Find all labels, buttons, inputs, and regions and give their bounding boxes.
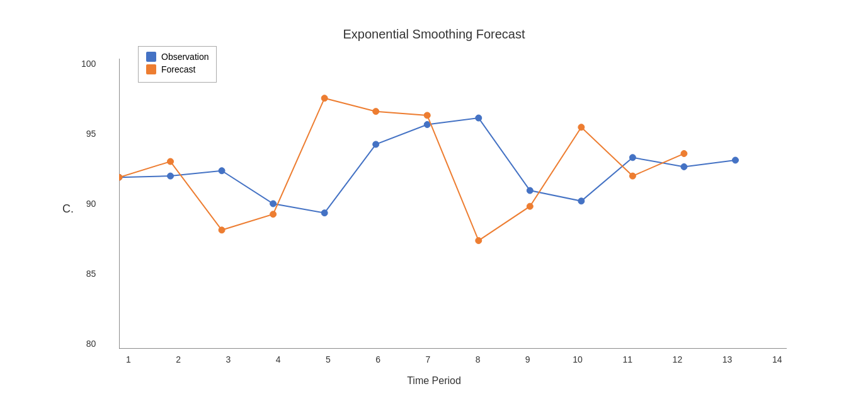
y-tick-label: 90 <box>86 199 96 209</box>
chart-container: Exponential Smoothing Forecast C. Observ… <box>56 21 812 399</box>
svg-point-44 <box>373 141 379 148</box>
x-axis-labels: 1234567891011121314 <box>119 354 787 365</box>
svg-point-54 <box>219 227 225 233</box>
svg-point-47 <box>527 187 533 194</box>
svg-point-62 <box>629 173 636 179</box>
svg-point-63 <box>681 151 687 157</box>
svg-point-55 <box>270 211 277 218</box>
x-tick-label: 5 <box>319 354 338 365</box>
y-tick-label: 100 <box>81 59 96 69</box>
x-tick-label: 9 <box>518 354 537 365</box>
svg-point-61 <box>578 124 585 131</box>
svg-point-53 <box>168 158 174 165</box>
svg-point-43 <box>321 210 328 216</box>
x-tick-label: 10 <box>568 354 587 365</box>
x-tick-label: 8 <box>469 354 488 365</box>
svg-point-46 <box>476 115 482 121</box>
x-tick-label: 3 <box>219 354 237 365</box>
chart-label-c: C. <box>62 202 74 216</box>
svg-point-60 <box>527 203 533 209</box>
x-tick-label: 13 <box>718 354 737 365</box>
y-tick-label: 80 <box>86 339 96 349</box>
svg-point-56 <box>321 95 328 102</box>
svg-point-42 <box>270 201 277 207</box>
y-axis-labels: 10095908580 <box>81 59 96 349</box>
x-axis-title: Time Period <box>56 375 812 387</box>
x-tick-label: 6 <box>368 354 387 365</box>
chart-svg <box>119 59 787 349</box>
svg-point-59 <box>476 238 482 244</box>
x-tick-label: 2 <box>169 354 188 365</box>
x-tick-label: 11 <box>618 354 637 365</box>
x-tick-label: 4 <box>269 354 288 365</box>
svg-point-58 <box>424 112 430 119</box>
svg-point-49 <box>629 155 636 161</box>
x-tick-label: 14 <box>768 354 787 365</box>
x-tick-label: 1 <box>119 354 138 365</box>
svg-point-50 <box>681 163 687 170</box>
x-tick-label: 7 <box>418 354 437 365</box>
svg-point-48 <box>578 198 585 204</box>
y-tick-label: 85 <box>86 269 96 279</box>
svg-point-41 <box>219 168 225 174</box>
svg-point-40 <box>168 173 174 179</box>
svg-point-51 <box>732 157 738 163</box>
chart-title: Exponential Smoothing Forecast <box>56 27 812 42</box>
svg-point-57 <box>373 108 379 115</box>
svg-point-52 <box>119 174 122 180</box>
x-tick-label: 12 <box>668 354 687 365</box>
y-tick-label: 95 <box>86 129 96 139</box>
